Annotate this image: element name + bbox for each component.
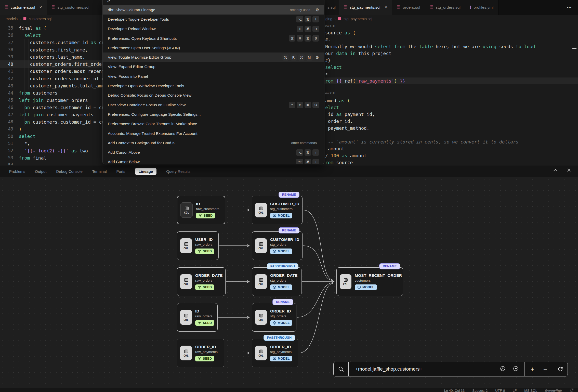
tab-s-sql[interactable]: s.sql bbox=[324, 0, 339, 15]
panel-close-icon[interactable] bbox=[567, 168, 571, 173]
breadcrumb-folder[interactable]: ging bbox=[325, 17, 332, 21]
code-line: 40 customer_orders.first_order, bbox=[0, 60, 102, 68]
breadcrumb-file[interactable]: stg_payments.sql bbox=[344, 17, 372, 21]
command-item[interactable]: View: Focus into Panel bbox=[103, 72, 324, 81]
lineage-canvas[interactable]: COLIDraw_customersSEEDRENAMECOLCUSTOMER_… bbox=[0, 177, 578, 392]
lineage-node-order_date-raw_orders[interactable]: COLORDER_DATEraw_ordersSEED bbox=[177, 267, 226, 296]
model-badge: MODEL bbox=[270, 356, 292, 361]
close-icon[interactable]: × bbox=[40, 5, 42, 10]
tab-customers-sql[interactable]: customers.sql× bbox=[0, 0, 47, 15]
zoom-out-button[interactable]: − bbox=[543, 365, 547, 373]
command-item[interactable]: Preferences: Open User Settings (JSON) bbox=[103, 43, 324, 53]
model-selector-input[interactable]: +model.jaffle_shop.customers+ bbox=[349, 362, 494, 376]
column-icon: COL bbox=[255, 238, 267, 253]
seed-badge: SEED bbox=[196, 213, 215, 218]
command-palette-input[interactable]: > bbox=[103, 0, 324, 5]
code-line: 39 customers.last_name, bbox=[0, 53, 102, 60]
model-name: stg_orders bbox=[270, 314, 286, 318]
command-item[interactable]: Developer: Open Webview Developer Tools bbox=[103, 81, 324, 90]
tab-stg_orders-sql[interactable]: stg_orders.sql bbox=[425, 0, 465, 15]
code-line: select bbox=[325, 64, 342, 71]
command-palette: > dbt: Show Column Lineagerecently used⚙… bbox=[102, 0, 324, 164]
zoom-in-button[interactable]: + bbox=[530, 365, 534, 373]
status-item[interactable]: UTF-8 bbox=[495, 388, 505, 392]
keycap: ⌥ bbox=[296, 159, 303, 164]
model-name: stg_orders bbox=[270, 243, 286, 246]
panel-tab-query-results[interactable]: Query Results bbox=[166, 169, 190, 174]
command-item[interactable]: Preferences: Browse Color Themes in Mark… bbox=[103, 119, 324, 129]
status-item[interactable]: Ln 40, Col 33 bbox=[444, 388, 465, 392]
command-item[interactable]: Add Cursor Below⌥⌘↓ bbox=[103, 157, 324, 164]
warning-icon: ! bbox=[470, 5, 471, 10]
lineage-node-order_id-raw_payments[interactable]: COLORDER_IDraw_paymentsSEED bbox=[177, 339, 224, 367]
column-name: CUSTOMER_ID bbox=[270, 202, 299, 206]
panel-tab-debug-console[interactable]: Debug Console bbox=[56, 169, 82, 174]
panel-collapse-icon[interactable] bbox=[553, 168, 558, 173]
code-line: 52 '{{- foo(2) -}}' as two bbox=[0, 147, 102, 154]
code-line: #} bbox=[325, 57, 331, 64]
close-icon[interactable]: × bbox=[385, 5, 387, 10]
lineage-node-id-raw_customers[interactable]: COLIDraw_customersSEED bbox=[177, 196, 225, 224]
breadcrumb-folder[interactable]: models bbox=[6, 17, 18, 21]
scrollbar-marker[interactable] bbox=[572, 48, 576, 49]
command-item[interactable]: dbt: Show Column Lineagerecently used⚙ bbox=[103, 5, 324, 15]
tab-orders-sql[interactable]: orders.sql bbox=[392, 0, 425, 15]
tab-stg_customers-sql[interactable]: stg_customers.sql bbox=[47, 0, 106, 15]
status-item[interactable]: Cursor Tab bbox=[545, 388, 562, 392]
breadcrumb-file[interactable]: customers.sql bbox=[29, 17, 51, 21]
status-item[interactable]: LF bbox=[513, 388, 517, 392]
command-item[interactable]: Accounts: Manage Trusted Extensions For … bbox=[103, 129, 324, 138]
lineage-node-order_id-stg_orders[interactable]: RENAMECOLORDER_IDstg_ordersMODEL bbox=[252, 303, 296, 332]
command-item[interactable]: Add Cursor Above⌥⌘↑ bbox=[103, 148, 324, 157]
lineage-node-user_id-raw_orders[interactable]: COLUSER_IDraw_ordersSEED bbox=[177, 231, 219, 260]
command-item[interactable]: User View Container: Focus on Outline Vi… bbox=[103, 100, 324, 110]
lineage-node-customer_id-stg_orders[interactable]: RENAMECOLCUSTOMER_IDstg_ordersMODEL bbox=[252, 231, 303, 260]
gear-icon[interactable]: ⚙ bbox=[316, 55, 319, 60]
panel-tab-problems[interactable]: Problems bbox=[9, 169, 25, 174]
command-item[interactable]: View: Expand Editor Group bbox=[103, 62, 324, 72]
database-icon bbox=[51, 5, 55, 10]
lineage-node-id-raw_orders[interactable]: COLIDraw_ordersSEED bbox=[177, 303, 218, 332]
model-badge: MODEL bbox=[355, 284, 377, 290]
command-item[interactable]: Debug Console: Focus on Debug Console Vi… bbox=[103, 91, 324, 100]
command-item[interactable]: View: Toggle Maximize Editor Group⌘R⌘M⚙ bbox=[103, 53, 324, 62]
editor-customers-sql[interactable]: 35final as (36 select37 customers.custom… bbox=[0, 23, 102, 165]
seed-badge: SEED bbox=[195, 320, 214, 326]
command-item[interactable]: Developer: Reload Window⇧⌘R bbox=[103, 24, 324, 34]
column-name: ORDER_ID bbox=[270, 345, 291, 349]
gear-icon[interactable]: ⚙ bbox=[316, 7, 319, 12]
panel-tab-output[interactable]: Output bbox=[35, 169, 46, 174]
keycap: ⌘ bbox=[305, 149, 311, 156]
more-actions-icon[interactable]: ••• bbox=[561, 6, 578, 9]
keycap: ⌘ bbox=[305, 159, 311, 164]
status-item[interactable]: Spaces: 2 bbox=[472, 388, 488, 392]
command-item[interactable]: Developer: Toggle Developer Tools⌥⌘I bbox=[103, 15, 324, 24]
lineage-node-order_date-stg_orders[interactable]: PASSTHROUGHCOLORDER_DATEstg_ordersMODEL bbox=[252, 267, 301, 296]
database-icon bbox=[430, 5, 434, 10]
command-item[interactable]: Preferences: Configure Language Specific… bbox=[103, 110, 324, 119]
status-item[interactable]: MS SQL bbox=[524, 388, 537, 392]
code-line: 48 on customers.customer_id = customer_p… bbox=[0, 118, 102, 125]
editor-stg-payments-sql[interactable]: ew CTEsource as (#-Normally we would sel… bbox=[324, 22, 578, 165]
command-item[interactable]: Add Context to Background for Cmd Kother… bbox=[103, 138, 324, 148]
column-icon: COL bbox=[180, 310, 192, 325]
keycap: I bbox=[312, 16, 319, 22]
notifications-bell-icon[interactable] bbox=[570, 388, 574, 392]
tab-stg_payments-sql[interactable]: stg_payments.sql× bbox=[339, 0, 392, 15]
transform-badge: RENAME bbox=[379, 263, 400, 269]
aperture-icon[interactable] bbox=[500, 365, 506, 373]
panel-tab-ports[interactable]: Ports bbox=[116, 169, 125, 174]
lineage-node-most_recent_order-customers[interactable]: RENAMECOLMOST_RECENT_ORDERcustomersMODEL bbox=[336, 267, 403, 296]
lineage-node-customer_id-stg_customers[interactable]: RENAMECOLCUSTOMER_IDstg_customersMODEL bbox=[252, 196, 303, 224]
breadcrumb-separator: › bbox=[334, 17, 336, 21]
eye-icon[interactable] bbox=[513, 365, 519, 373]
tab-profiles-yml[interactable]: !profiles.yml bbox=[465, 0, 498, 15]
database-icon bbox=[397, 5, 400, 10]
refresh-button[interactable] bbox=[553, 362, 568, 376]
column-icon: COL bbox=[180, 274, 192, 289]
panel-tab-terminal[interactable]: Terminal bbox=[92, 169, 107, 174]
panel-tab-lineage[interactable]: Lineage bbox=[135, 168, 157, 175]
lineage-node-order_id-stg_payments[interactable]: PASSTHROUGHCOLORDER_IDstg_paymentsMODEL bbox=[252, 339, 298, 367]
code-line: rom {{ ref('raw_payments') }} bbox=[325, 77, 405, 84]
command-item[interactable]: Preferences: Open Keyboard Shortcuts⌘R⌘S bbox=[103, 34, 324, 43]
